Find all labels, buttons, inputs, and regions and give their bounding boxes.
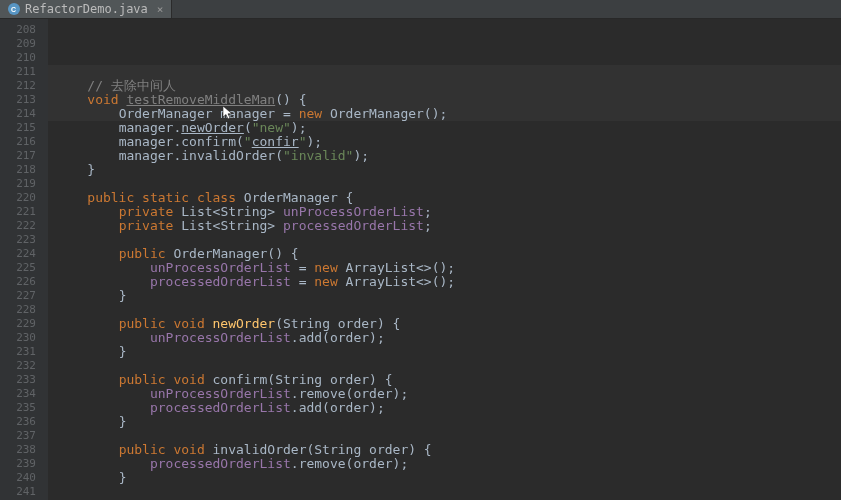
line-number: 208 xyxy=(0,23,36,37)
code-line[interactable]: } xyxy=(56,289,841,303)
line-number: 221 xyxy=(0,205,36,219)
code-line[interactable]: manager.invalidOrder("invalid"); xyxy=(56,149,841,163)
java-class-icon: C xyxy=(8,3,20,15)
line-number: 209 xyxy=(0,37,36,51)
line-number: 220 xyxy=(0,191,36,205)
tab-filename: RefactorDemo.java xyxy=(25,2,148,16)
line-number: 211 xyxy=(0,65,36,79)
code-line[interactable]: } xyxy=(56,345,841,359)
editor-tab[interactable]: C RefactorDemo.java × xyxy=(0,0,172,18)
code-line[interactable] xyxy=(56,65,841,79)
line-number: 222 xyxy=(0,219,36,233)
code-line[interactable]: manager.confirm("confir"); xyxy=(56,135,841,149)
line-number: 218 xyxy=(0,163,36,177)
code-line[interactable] xyxy=(56,303,841,317)
line-number: 239 xyxy=(0,457,36,471)
line-number: 215 xyxy=(0,121,36,135)
code-line[interactable] xyxy=(56,359,841,373)
code-line[interactable]: } xyxy=(56,471,841,485)
line-number: 224 xyxy=(0,247,36,261)
line-number: 223 xyxy=(0,233,36,247)
code-line[interactable] xyxy=(56,177,841,191)
code-line[interactable]: public static class OrderManager { xyxy=(56,191,841,205)
line-number: 229 xyxy=(0,317,36,331)
code-line[interactable]: public void invalidOrder(String order) { xyxy=(56,443,841,457)
code-line[interactable]: unProcessOrderList.remove(order); xyxy=(56,387,841,401)
code-line[interactable] xyxy=(56,429,841,443)
line-number: 219 xyxy=(0,177,36,191)
code-line[interactable]: unProcessOrderList.add(order); xyxy=(56,331,841,345)
code-line[interactable]: processedOrderList.remove(order); xyxy=(56,457,841,471)
tab-bar: C RefactorDemo.java × xyxy=(0,0,841,19)
close-icon[interactable]: × xyxy=(157,3,164,16)
code-line[interactable]: void testRemoveMiddleMan() { xyxy=(56,93,841,107)
code-line[interactable]: private List<String> unProcessOrderList; xyxy=(56,205,841,219)
line-number-gutter: 2082092102112122132142152162172182192202… xyxy=(0,19,48,500)
code-line[interactable]: processedOrderList = new ArrayList<>(); xyxy=(56,275,841,289)
line-number: 228 xyxy=(0,303,36,317)
code-line[interactable]: // 去除中间人 xyxy=(56,79,841,93)
code-line[interactable]: public void confirm(String order) { xyxy=(56,373,841,387)
line-number: 240 xyxy=(0,471,36,485)
code-line[interactable]: public void newOrder(String order) { xyxy=(56,317,841,331)
code-line[interactable]: processedOrderList.add(order); xyxy=(56,401,841,415)
code-line[interactable] xyxy=(56,485,841,499)
code-line[interactable]: unProcessOrderList = new ArrayList<>(); xyxy=(56,261,841,275)
code-line[interactable]: } xyxy=(56,163,841,177)
line-number: 214 xyxy=(0,107,36,121)
line-number: 230 xyxy=(0,331,36,345)
line-number: 237 xyxy=(0,429,36,443)
line-number: 226 xyxy=(0,275,36,289)
line-number: 231 xyxy=(0,345,36,359)
line-number: 210 xyxy=(0,51,36,65)
line-number: 235 xyxy=(0,401,36,415)
line-number: 232 xyxy=(0,359,36,373)
code-area[interactable]: // 去除中间人 void testRemoveMiddleMan() { Or… xyxy=(48,19,841,500)
code-line[interactable]: public OrderManager() { xyxy=(56,247,841,261)
code-line[interactable]: } xyxy=(56,415,841,429)
svg-text:C: C xyxy=(11,6,16,13)
line-number: 216 xyxy=(0,135,36,149)
line-number: 217 xyxy=(0,149,36,163)
line-number: 241 xyxy=(0,485,36,499)
code-line[interactable]: private List<String> processedOrderList; xyxy=(56,219,841,233)
line-number: 213 xyxy=(0,93,36,107)
line-number: 212 xyxy=(0,79,36,93)
line-number: 234 xyxy=(0,387,36,401)
line-number: 227 xyxy=(0,289,36,303)
line-number: 233 xyxy=(0,373,36,387)
line-number: 236 xyxy=(0,415,36,429)
line-number: 238 xyxy=(0,443,36,457)
code-line[interactable]: OrderManager manager = new OrderManager(… xyxy=(56,107,841,121)
line-number: 225 xyxy=(0,261,36,275)
code-line[interactable] xyxy=(56,233,841,247)
code-line[interactable]: manager.newOrder("new"); xyxy=(56,121,841,135)
code-editor[interactable]: 2082092102112122132142152162172182192202… xyxy=(0,19,841,500)
